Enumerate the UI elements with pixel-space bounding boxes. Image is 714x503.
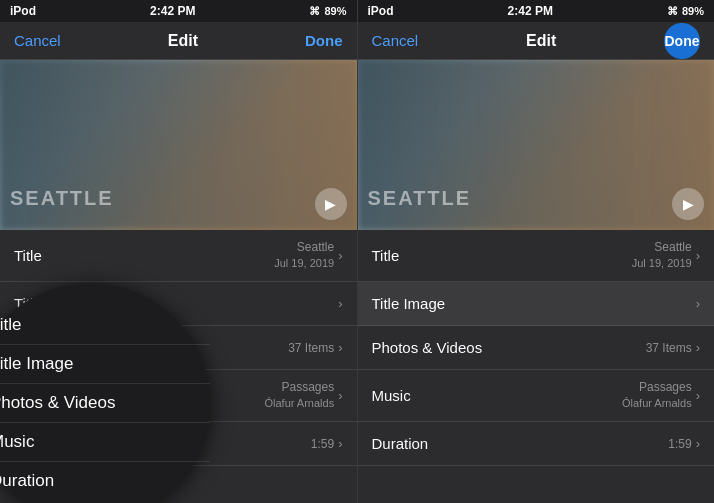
cancel-button-left[interactable]: Cancel [14,32,61,49]
chevron-icon: › [338,388,342,403]
row-value: PassagesÓlafur Arnalds [264,380,334,411]
nav-title-right: Edit [526,32,556,50]
wifi-icon-left: ⌘ [309,5,320,18]
chevron-icon: › [696,296,700,311]
table-row[interactable]: Duration 1:59 › [358,422,715,466]
row-right: › [338,296,342,311]
table-row[interactable]: Title Image › [358,282,715,326]
chevron-icon: › [696,388,700,403]
chevron-icon: › [696,248,700,263]
time-left: 2:42 PM [150,4,195,18]
row-right: SeattleJul 19, 2019 › [274,240,342,271]
row-label: Title [372,247,400,264]
circle-item-photos[interactable]: Photos & Videos [0,384,210,423]
carrier-left: iPod [10,4,36,18]
row-label: Title [14,247,42,264]
row-value: SeattleJul 19, 2019 [632,240,692,271]
row-label: Title Image [372,295,446,312]
row-right: 37 Items › [646,340,700,355]
row-right: SeattleJul 19, 2019 › [632,240,700,271]
row-value: 37 Items [646,341,692,355]
row-value: PassagesÓlafur Arnalds [622,380,692,411]
wifi-icon-right: ⌘ [667,5,678,18]
circle-item-music[interactable]: Music [0,423,210,462]
nav-title-left: Edit [168,32,198,50]
chevron-icon: › [338,248,342,263]
circle-item-duration[interactable]: Duration [0,462,210,500]
time-right: 2:42 PM [508,4,553,18]
row-right: 1:59 › [668,436,700,451]
row-right: PassagesÓlafur Arnalds › [264,380,342,411]
play-button-left[interactable]: ▶ [315,188,347,220]
battery-right: 89% [682,5,704,17]
chevron-icon: › [696,436,700,451]
chevron-icon: › [696,340,700,355]
row-right: 1:59 › [311,436,343,451]
done-button-right[interactable]: Done [664,23,700,59]
chevron-icon: › [338,436,342,451]
edit-list-right: Title SeattleJul 19, 2019 › Title Image … [358,230,715,503]
status-icons-left: ⌘ 89% [309,5,346,18]
circle-menu: Title Title Image Photos & Videos Music … [0,283,210,503]
status-icons-right: ⌘ 89% [667,5,704,18]
row-right: PassagesÓlafur Arnalds › [622,380,700,411]
left-panel: iPod 2:42 PM ⌘ 89% Cancel Edit Done SEAT… [0,0,358,503]
row-label: Music [372,387,411,404]
row-right: › [696,296,700,311]
row-right: 37 Items › [288,340,342,355]
circle-item-title[interactable]: Title [0,306,210,345]
row-value: 1:59 [311,437,334,451]
table-row[interactable]: Music PassagesÓlafur Arnalds › [358,370,715,422]
chevron-icon: › [338,296,342,311]
nav-bar-right: Cancel Edit Done [358,22,715,60]
row-value: 37 Items [288,341,334,355]
cancel-button-right[interactable]: Cancel [372,32,419,49]
carrier-right: iPod [368,4,394,18]
row-value: SeattleJul 19, 2019 [274,240,334,271]
nav-bar-left: Cancel Edit Done [0,22,357,60]
row-label: Duration [372,435,429,452]
chevron-icon: › [338,340,342,355]
table-row[interactable]: Photos & Videos 37 Items › [358,326,715,370]
row-label: Photos & Videos [372,339,483,356]
status-bar-left: iPod 2:42 PM ⌘ 89% [0,0,357,22]
table-row[interactable]: Title SeattleJul 19, 2019 › [0,230,357,282]
play-button-right[interactable]: ▶ [672,188,704,220]
table-row[interactable]: Title SeattleJul 19, 2019 › [358,230,715,282]
row-value: 1:59 [668,437,691,451]
status-bar-right: iPod 2:42 PM ⌘ 89% [358,0,715,22]
thumb-content-left: ▶ [0,60,357,230]
thumbnail-right: SEATTLE ▶ [358,60,715,230]
thumb-content-right: ▶ [358,60,715,230]
thumbnail-left: SEATTLE ▶ [0,60,357,230]
done-button-left[interactable]: Done [305,32,343,49]
circle-item-title-image[interactable]: Title Image [0,345,210,384]
battery-left: 89% [324,5,346,17]
right-panel: iPod 2:42 PM ⌘ 89% Cancel Edit Done SEAT… [358,0,715,503]
